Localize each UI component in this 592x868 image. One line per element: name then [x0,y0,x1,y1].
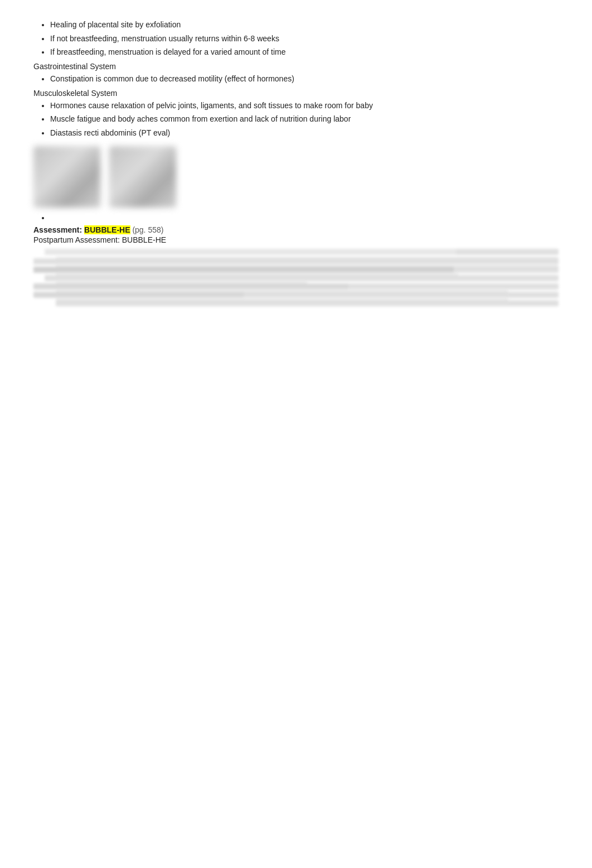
empty-bullet [50,212,559,220]
empty-bullet-list [33,212,559,220]
image-row [33,146,559,208]
gi-heading: Gastrointestinal System [33,62,559,71]
assessment-heading: Assessment: BUBBLE-HE (pg. 558) [33,225,559,234]
msk-bullet-2: Muscle fatigue and body aches common fro… [50,113,559,126]
assessment-page-ref: (pg. 558) [130,225,164,234]
list-item: If breastfeeding, menstruation is delaye… [50,46,559,59]
list-item: If not breastfeeding, menstruation usual… [50,33,559,45]
reproductive-list: Healing of placental site by exfoliation… [33,19,559,59]
blurred-content [33,249,559,290]
postpartum-label: Postpartum Assessment: BUBBLE-HE [33,235,559,244]
gi-main-bullet: Constipation is common due to decreased … [50,73,559,85]
msk-list: Hormones cause relaxation of pelvic join… [33,100,559,139]
msk-bullet-3: Diastasis recti abdominis (PT eval) [50,127,559,139]
gi-list: Constipation is common due to decreased … [33,73,559,85]
assessment-label-text: Assessment: [33,225,84,234]
anatomy-image-2 [109,146,176,208]
msk-heading: Musculoskeletal System [33,89,559,98]
anatomy-image-1 [33,146,100,208]
msk-bullet-1: Hormones cause relaxation of pelvic join… [50,100,559,112]
list-item: Healing of placental site by exfoliation [50,19,559,31]
assessment-highlight: BUBBLE-HE [84,225,130,234]
